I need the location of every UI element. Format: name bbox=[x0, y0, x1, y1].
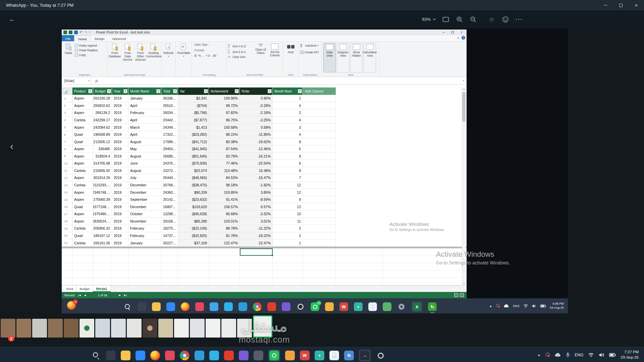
settings-taskbar-button[interactable] bbox=[397, 302, 406, 311]
media-thumbnail-12[interactable] bbox=[190, 319, 205, 338]
cell-year[interactable]: 2019 bbox=[112, 131, 128, 138]
calc-cell[interactable] bbox=[93, 263, 112, 270]
pivottable-button[interactable]: ⇄ PivotTable ▾ bbox=[177, 43, 190, 72]
cell-budget[interactable]: 2345748.... bbox=[93, 189, 112, 196]
calc-cell[interactable] bbox=[128, 256, 161, 263]
cell-achievment[interactable]: 88.78% bbox=[209, 225, 240, 232]
screenshot-clock[interactable]: 6:08 PM 04-Aug-25 bbox=[550, 302, 564, 310]
calc-cell[interactable] bbox=[178, 278, 209, 285]
grid-view-icon[interactable] bbox=[454, 293, 458, 297]
row-number[interactable]: 19 bbox=[62, 225, 72, 232]
media-thumbnail-4[interactable] bbox=[64, 319, 78, 338]
cell-var[interactable]: ($32,825) bbox=[178, 232, 209, 239]
calc-cell[interactable] bbox=[72, 270, 93, 278]
calc-cell[interactable] bbox=[62, 278, 72, 285]
cell-month-name[interactable]: August bbox=[128, 138, 161, 145]
ribbon-tab-file[interactable]: File bbox=[62, 35, 74, 41]
media-thumbnail-11[interactable] bbox=[174, 319, 189, 338]
filter-icon[interactable]: ▾ bbox=[204, 89, 208, 93]
row-number[interactable]: 15 bbox=[62, 196, 72, 203]
row-number[interactable]: 7 bbox=[62, 138, 72, 145]
cell-var[interactable]: ($5,796) bbox=[178, 109, 209, 116]
from-source-button-3[interactable]: Existing Connections bbox=[147, 43, 160, 72]
cell-pvar[interactable]: -3.25% bbox=[240, 117, 273, 124]
task-view-taskbar-button[interactable] bbox=[138, 302, 146, 311]
cell-year[interactable]: 2019 bbox=[112, 102, 128, 109]
column-header-var[interactable]: Var▾ bbox=[178, 87, 209, 95]
cell-add-column[interactable] bbox=[303, 232, 336, 239]
ribbon-tab-home[interactable]: Home bbox=[74, 35, 91, 41]
calc-cell[interactable] bbox=[161, 270, 178, 278]
cell-year[interactable]: 2019 bbox=[112, 109, 128, 116]
cell-var[interactable]: ($7,877) bbox=[178, 117, 209, 124]
battery-icon[interactable] bbox=[540, 304, 546, 308]
media-thumbnail-2[interactable] bbox=[32, 319, 47, 338]
adobe-taskbar-button[interactable] bbox=[224, 351, 234, 360]
calc-cell[interactable] bbox=[161, 263, 178, 270]
sort-by-column-button[interactable]: Sort by Column bbox=[268, 43, 281, 72]
calc-cell[interactable] bbox=[178, 270, 209, 278]
cell-total[interactable]: 26685... bbox=[161, 153, 178, 160]
tray-overflow-icon[interactable]: ▲ bbox=[489, 304, 492, 308]
row-number[interactable]: 2 bbox=[62, 102, 72, 109]
cell-month-name[interactable]: July bbox=[128, 174, 161, 181]
cell-pvar[interactable]: 3.85% bbox=[240, 189, 273, 196]
cell-product[interactable]: Carlota bbox=[72, 225, 93, 232]
pp-minimize-button[interactable] bbox=[439, 30, 448, 35]
refresh-button[interactable]: ↻ Refresh ▾ bbox=[163, 43, 174, 72]
calc-cell[interactable] bbox=[240, 270, 273, 278]
cell-budget[interactable]: 266139.2 bbox=[93, 109, 112, 116]
cell-month-num[interactable]: 4 bbox=[273, 102, 303, 109]
filter-icon[interactable]: ▾ bbox=[268, 89, 272, 93]
cell-achievment[interactable]: 110.48% bbox=[209, 167, 240, 174]
file-explorer-taskbar-button[interactable] bbox=[152, 302, 161, 311]
cell-total[interactable]: 17322... bbox=[161, 131, 178, 138]
formula-expand-icon[interactable]: ▾ bbox=[461, 79, 467, 82]
quick-access-caret-icon[interactable]: ▾ bbox=[89, 31, 90, 34]
cell-month-num[interactable]: 5 bbox=[273, 145, 303, 153]
cell-achievment[interactable]: 97.82% bbox=[209, 109, 240, 116]
vscode-taskbar-button[interactable] bbox=[238, 302, 247, 311]
cell-achievment[interactable]: 88.15% bbox=[209, 131, 240, 138]
column-header-year[interactable]: Year▾ bbox=[112, 87, 128, 95]
cell-add-column[interactable] bbox=[303, 124, 336, 131]
cell-add-column[interactable] bbox=[303, 95, 336, 102]
cell-budget[interactable]: 318504.4 bbox=[93, 153, 112, 160]
calc-cell[interactable] bbox=[209, 278, 240, 285]
cell-year[interactable]: 2019 bbox=[112, 138, 128, 145]
media-thumbnail-8[interactable] bbox=[127, 319, 142, 338]
zoom-out-button[interactable] bbox=[469, 15, 477, 23]
cell-month-num[interactable]: 1 bbox=[273, 239, 303, 246]
cell-achievment[interactable]: 106.57% bbox=[209, 203, 240, 210]
cell-product[interactable]: Carlota bbox=[72, 167, 93, 174]
calc-cell[interactable] bbox=[336, 256, 383, 263]
cell-month-name[interactable]: April bbox=[128, 102, 161, 109]
cell-pvar[interactable]: -8.59% bbox=[240, 196, 273, 203]
sort-z-to-a-button[interactable]: Z↓ASort Z to A bbox=[228, 50, 253, 54]
row-number[interactable]: 6 bbox=[62, 131, 72, 138]
scroll-down-icon[interactable]: ▼ bbox=[463, 283, 465, 285]
row-number[interactable]: 10 bbox=[62, 160, 72, 167]
cell-achievment[interactable]: 96.75% bbox=[209, 117, 240, 124]
cell-total[interactable]: 29454... bbox=[161, 145, 178, 153]
cell-month-num[interactable]: 8 bbox=[273, 138, 303, 145]
cell-month-num[interactable]: 12 bbox=[273, 203, 303, 210]
star-button[interactable]: ☆ bbox=[488, 15, 496, 23]
from-source-button-1[interactable]: From Data Service bbox=[122, 43, 133, 72]
cell-month-name[interactable]: March bbox=[128, 124, 161, 131]
cell-var[interactable]: $103,620 bbox=[178, 203, 209, 210]
calc-cell[interactable] bbox=[336, 263, 383, 270]
obs-taskbar-button[interactable] bbox=[296, 302, 305, 311]
cell-month-name[interactable]: February bbox=[128, 232, 161, 239]
onedrive-cloud-icon[interactable] bbox=[555, 353, 561, 357]
calc-cell[interactable] bbox=[112, 263, 128, 270]
calc-cell[interactable] bbox=[240, 263, 273, 270]
cell-total[interactable]: 17089... bbox=[161, 138, 178, 145]
cell-year[interactable]: 2019 bbox=[112, 232, 128, 239]
find-button[interactable]: Find bbox=[284, 43, 297, 72]
cell-month-name[interactable]: February bbox=[128, 109, 161, 116]
cell-var[interactable]: ($45,628) bbox=[178, 210, 209, 218]
whatsapp-taskbar-button[interactable]: 25 bbox=[311, 302, 319, 311]
cell-budget[interactable]: 1577168.... bbox=[93, 203, 112, 210]
scrollbar-thumb[interactable] bbox=[462, 92, 466, 122]
